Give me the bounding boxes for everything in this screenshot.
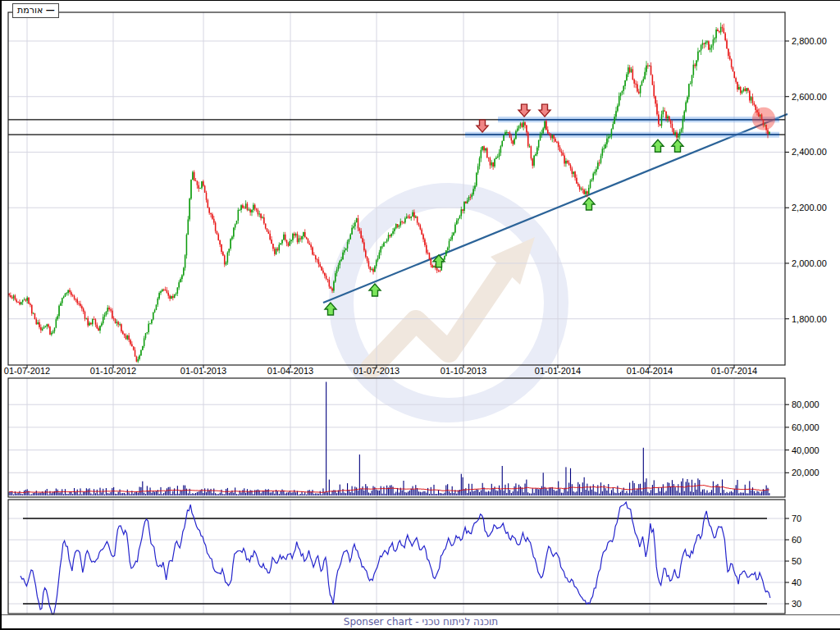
breakdown-highlight-circle — [752, 107, 775, 130]
date-tick-label: 01-01-2014 — [535, 366, 581, 376]
candlestick-chart-canvas[interactable]: 2,800.002,600.002,400.002,200.002,000.00… — [2, 1, 840, 630]
panel-border — [8, 12, 785, 365]
date-tick-label: 01-10-2013 — [441, 366, 486, 376]
gridlines — [8, 12, 785, 614]
rsi-line — [21, 502, 770, 615]
price-tick-label: 2,000.00 — [792, 258, 827, 268]
date-tick-label: 01-07-2013 — [354, 366, 399, 376]
analysis-lines — [8, 114, 788, 303]
sell-arrow-icon — [539, 104, 550, 116]
volume-tick-label: 60,000 — [792, 422, 819, 432]
date-tick-label: 01-10-2012 — [90, 366, 136, 376]
price-tick-label: 2,400.00 — [792, 147, 827, 157]
buy-arrow-icon — [369, 284, 381, 296]
chart-application-window: 2,800.002,600.002,400.002,200.002,000.00… — [0, 0, 840, 630]
rsi-panel-series — [21, 502, 770, 615]
price-tick-label: 1,800.00 — [792, 314, 827, 324]
volume-tick-label: 20,000 — [792, 468, 819, 477]
price-tick-label: 2,200.00 — [792, 203, 827, 212]
date-tick-label: 01-04-2013 — [267, 366, 313, 376]
rsi-tick-label: 70 — [792, 514, 801, 523]
rsi-tick-label: 40 — [792, 578, 801, 587]
volume-ma-line — [9, 486, 769, 493]
date-tick-label: 01-07-2014 — [711, 366, 757, 376]
panel-border — [8, 500, 785, 614]
panel-border — [8, 378, 785, 497]
footer-text: Sponser chart - תוכנה לניתוח טכני — [344, 616, 498, 628]
date-tick-label: 01-07-2012 — [4, 366, 50, 376]
buy-arrow-icon — [672, 139, 683, 152]
volume-series — [8, 382, 769, 496]
legend-symbol-label: אורמת — [17, 5, 43, 16]
buy-arrow-icon — [652, 139, 664, 152]
volume-tick-label: 80,000 — [792, 399, 819, 409]
sell-arrow-icon — [477, 120, 488, 132]
rsi-tick-label: 30 — [792, 599, 801, 609]
buy-arrow-icon — [583, 198, 595, 210]
date-tick-label: 01-01-2013 — [180, 366, 226, 376]
candlestick-series — [8, 23, 769, 363]
sell-arrow-icon — [518, 104, 530, 116]
footer-brand-bar: Sponser chart - תוכנה לניתוח טכני — [2, 614, 840, 629]
trendline — [323, 114, 788, 303]
buy-arrow-icon — [325, 303, 336, 315]
rsi-tick-label: 60 — [792, 535, 801, 545]
rsi-tick-label: 50 — [792, 556, 801, 566]
date-tick-label: 01-04-2014 — [627, 366, 673, 376]
price-tick-label: 2,800.00 — [792, 36, 827, 46]
price-tick-label: 2,600.00 — [792, 92, 827, 102]
volume-tick-label: 40,000 — [792, 445, 819, 455]
legend-line-icon: — — [46, 5, 54, 16]
symbol-legend: — אורמת — [12, 3, 59, 18]
